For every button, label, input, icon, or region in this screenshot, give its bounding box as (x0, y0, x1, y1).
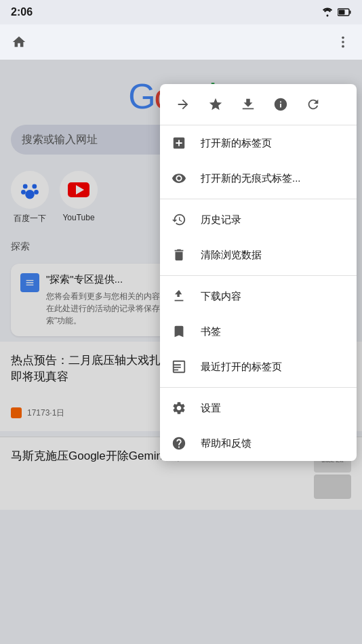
dropdown-menu: 打开新的标签页 打开新的无痕式标签... 历史记录 (160, 84, 357, 461)
svg-point-4 (342, 41, 344, 43)
menu-item-settings[interactable]: 设置 (160, 390, 357, 426)
downloads-label: 下载内容 (201, 290, 241, 303)
incognito-label: 打开新的无痕式标签... (201, 172, 301, 185)
menu-item-clear-data[interactable]: 清除浏览数据 (160, 237, 357, 273)
help-label: 帮助和反馈 (201, 437, 252, 450)
trash-icon (171, 247, 187, 263)
dropdown-info-icon[interactable] (266, 89, 296, 119)
browser-toolbar (0, 24, 362, 60)
bookmarks-label: 书签 (201, 325, 221, 338)
settings-icon (171, 400, 187, 416)
dropdown-refresh-icon[interactable] (298, 89, 328, 119)
menu-item-incognito[interactable]: 打开新的无痕式标签... (160, 161, 357, 196)
menu-item-recent-tabs[interactable]: 最近打开的标签页 (160, 349, 357, 384)
status-icons (321, 7, 351, 17)
svg-point-5 (342, 45, 344, 48)
menu-item-downloads[interactable]: 下载内容 (160, 279, 357, 314)
battery-icon (338, 8, 351, 16)
menu-item-bookmarks[interactable]: 书签 (160, 314, 357, 349)
menu-divider-3 (160, 387, 357, 388)
clear-data-label: 清除浏览数据 (201, 249, 262, 262)
dropdown-download-icon[interactable] (233, 89, 263, 119)
recent-tabs-icon (171, 359, 187, 375)
new-tab-icon (171, 135, 187, 151)
menu-item-help[interactable]: 帮助和反馈 (160, 426, 357, 461)
downloads-icon (171, 288, 187, 304)
wifi-icon (321, 7, 334, 17)
dropdown-toolbar (160, 84, 357, 125)
svg-point-3 (342, 37, 344, 39)
help-icon (171, 435, 187, 451)
menu-item-history[interactable]: 历史记录 (160, 202, 357, 237)
bookmarks-icon (171, 323, 187, 340)
status-bar: 2:06 (0, 0, 362, 24)
svg-rect-1 (350, 11, 351, 14)
incognito-icon (171, 170, 187, 186)
dropdown-forward-icon[interactable] (168, 89, 198, 119)
menu-divider-1 (160, 199, 357, 199)
menu-divider-2 (160, 275, 357, 276)
status-time: 2:06 (11, 6, 33, 18)
main-content: Google 搜索或输入网址 百度一下 (0, 60, 362, 644)
svg-rect-2 (339, 10, 345, 15)
recent-tabs-label: 最近打开的标签页 (201, 361, 282, 374)
history-label: 历史记录 (201, 214, 241, 226)
menu-item-new-tab[interactable]: 打开新的标签页 (160, 125, 357, 161)
dropdown-star-icon[interactable] (201, 89, 230, 119)
menu-icon[interactable] (329, 28, 357, 56)
home-icon[interactable] (5, 28, 33, 56)
history-icon (171, 212, 187, 228)
new-tab-label: 打开新的标签页 (201, 137, 272, 150)
settings-label: 设置 (201, 402, 221, 415)
